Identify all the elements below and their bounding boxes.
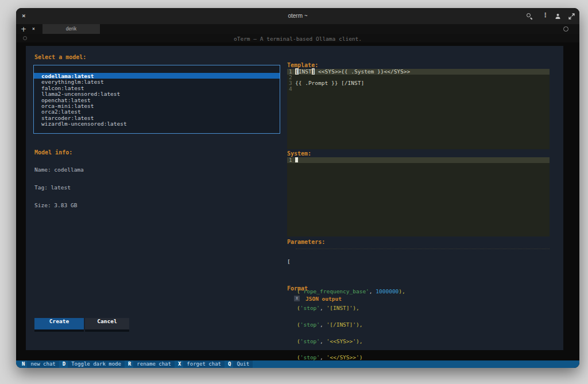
- separator: ,: [320, 338, 326, 344]
- model-list-item[interactable]: wizardlm-uncensored:latest: [34, 121, 280, 126]
- line-number: 1: [287, 157, 295, 163]
- model-list-item[interactable]: orca-mini:latest: [34, 103, 280, 108]
- param-value: '<</SYS>>': [327, 354, 359, 360]
- param-value: '[INST]': [327, 305, 353, 311]
- parameter-row: ('stop', '[INST]'),: [297, 305, 405, 311]
- expand-icon[interactable]: [568, 13, 575, 20]
- parameter-row: ('stop', '<<SYS>>'),: [297, 339, 405, 344]
- system-line-1: 1: [287, 157, 550, 163]
- search-icon-handle: [530, 17, 532, 20]
- template-token: <<SYS>>{{ .System }}<</SYS>>: [315, 68, 410, 75]
- model-list-item[interactable]: starcoder:latest: [34, 115, 280, 121]
- parameters-open-bracket: [: [287, 258, 405, 265]
- parameters-block: [ ('rope_frequency_base', 1000000), ('st…: [287, 246, 405, 368]
- model-list-item[interactable]: llama2-uncensored:latest: [34, 91, 280, 96]
- model-info-label: Model info:: [34, 150, 84, 156]
- terminal-window: × oterm ~ ⋮ + × derik oTerm — A terminal…: [16, 8, 579, 368]
- param-value: '[/INST]': [327, 321, 356, 328]
- tab-bar: + × derik: [16, 24, 579, 34]
- json-output-label: JSON output: [305, 296, 342, 302]
- footer-key: N: [20, 360, 27, 368]
- kebab-menu-icon[interactable]: ⋮: [542, 11, 548, 18]
- template-line-1: 1 [INST] <<SYS>>{{ .System }}<</SYS>>: [287, 69, 550, 75]
- footer-desc: Quit: [233, 360, 253, 368]
- app-header-title: oTerm — A terminal-based Ollama client.: [16, 36, 579, 42]
- model-list-item[interactable]: falcon:latest: [34, 85, 280, 91]
- template-token: INST: [299, 68, 312, 75]
- format-label: Format: [287, 285, 308, 292]
- template-line-4: 4: [287, 86, 550, 92]
- footer-desc: new chat: [27, 360, 59, 368]
- paren: ),: [353, 305, 359, 311]
- model-list-item[interactable]: everythinglm:latest: [34, 79, 280, 84]
- separator: ,: [320, 321, 326, 328]
- create-model-dialog: Select a model: codellama:latest everyth…: [26, 46, 563, 350]
- model-info: Model info: Name: codellama Tag: latest …: [34, 138, 84, 220]
- download-icon[interactable]: [555, 13, 561, 20]
- parameters-rows: ('rope_frequency_base', 1000000), ('stop…: [297, 278, 405, 368]
- json-output-checkbox[interactable]: X: [294, 296, 300, 301]
- close-tab-icon[interactable]: ×: [32, 26, 35, 32]
- footer-item-forget-chat[interactable]: Xforget chat: [176, 360, 225, 368]
- footer-key: R: [126, 360, 133, 368]
- model-info-name: Name: codellama: [34, 167, 84, 173]
- footer-desc: Toggle dark mode: [68, 360, 125, 368]
- terminal-screen: Select a model: codellama:latest everyth…: [16, 42, 579, 360]
- line-number: 4: [287, 86, 295, 92]
- tab-bar-circle-icon[interactable]: [563, 26, 568, 32]
- paren: ),: [356, 338, 362, 344]
- footer-key: X: [176, 360, 183, 368]
- param-key: 'stop': [300, 321, 320, 328]
- paren: ),: [399, 288, 405, 294]
- paren: ),: [356, 321, 362, 328]
- model-list[interactable]: codellama:latest everythinglm:latest fal…: [33, 65, 280, 134]
- tab-derik[interactable]: derik: [42, 24, 100, 34]
- create-button[interactable]: Create: [34, 318, 84, 332]
- footer-keybar: Nnew chat DToggle dark mode Rrename chat…: [16, 360, 579, 368]
- new-tab-button[interactable]: +: [21, 25, 26, 33]
- model-info-size: Size: 3.83 GB: [34, 203, 84, 208]
- param-key: 'rope_frequency_base': [300, 288, 369, 294]
- text-cursor: [295, 157, 298, 162]
- select-model-label: Select a model:: [34, 54, 86, 60]
- footer-desc: forget chat: [183, 360, 225, 368]
- footer-item-toggle-dark-mode[interactable]: DToggle dark mode: [60, 360, 125, 368]
- template-editor[interactable]: 1 [INST] <<SYS>>{{ .System }}<</SYS>> 2 …: [287, 69, 550, 149]
- param-key: 'stop': [300, 338, 320, 344]
- footer-key: D: [60, 360, 68, 368]
- param-key: 'stop': [300, 354, 320, 360]
- parameter-row: ('stop', '<</SYS>>'): [297, 355, 405, 360]
- param-value: '<<SYS>>': [327, 338, 356, 344]
- parameter-row: ('rope_frequency_base', 1000000),: [297, 289, 405, 294]
- parameters-label: Parameters:: [287, 239, 325, 245]
- separator: ,: [320, 305, 326, 311]
- template-line-3-text: {{ .Prompt }} [/INST]: [295, 80, 364, 86]
- footer-key: Q: [226, 360, 233, 368]
- search-icon[interactable]: [527, 13, 533, 20]
- separator: ,: [369, 288, 376, 294]
- param-value: 1000000: [376, 288, 399, 294]
- footer-item-quit[interactable]: QQuit: [226, 360, 253, 368]
- footer-item-rename-chat[interactable]: Rrename chat: [126, 360, 175, 368]
- template-line-3: 3 {{ .Prompt }} [/INST]: [287, 80, 550, 86]
- param-key: 'stop': [300, 305, 320, 311]
- window-title: oterm ~: [16, 13, 579, 19]
- model-list-item[interactable]: orca2:latest: [34, 108, 280, 114]
- app-header: oTerm — A terminal-based Ollama client.: [16, 34, 579, 42]
- template-label: Template:: [287, 62, 318, 68]
- cancel-button[interactable]: Cancel: [85, 318, 129, 332]
- paren: ): [359, 354, 363, 360]
- search-icon-lens: [527, 13, 531, 17]
- system-label: System:: [287, 150, 311, 157]
- separator: ,: [320, 354, 326, 360]
- model-list-item[interactable]: codellama:latest: [34, 73, 280, 79]
- system-editor[interactable]: 1: [287, 157, 550, 236]
- model-info-tag: Tag: latest: [34, 185, 84, 191]
- template-line-1-text: [INST] <<SYS>>{{ .System }}<</SYS>>: [295, 69, 410, 75]
- window-titlebar: × oterm ~ ⋮: [16, 8, 579, 24]
- model-list-item[interactable]: openchat:latest: [34, 97, 280, 103]
- parameter-row: ('stop', '[/INST]'),: [297, 322, 405, 328]
- footer-desc: rename chat: [133, 360, 175, 368]
- footer-item-new-chat[interactable]: Nnew chat: [20, 360, 59, 368]
